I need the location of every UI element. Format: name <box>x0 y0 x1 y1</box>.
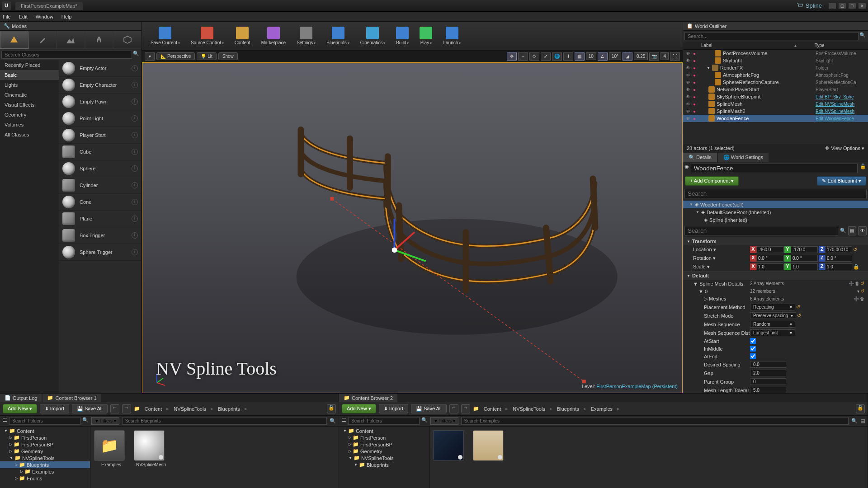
toolbar-marketplace-button[interactable]: Marketplace <box>257 24 290 47</box>
search-icon[interactable]: 🔍 <box>330 418 336 424</box>
mode-foliage-tab[interactable] <box>85 31 113 49</box>
select-mode-icon[interactable]: ✥ <box>507 52 517 61</box>
sync-icon[interactable]: ● <box>693 66 700 70</box>
outliner-row-splinemesh[interactable]: 👁●SplineMeshEdit NVSplineMesh <box>683 100 868 108</box>
breadcrumb-blueprints[interactable]: Blueprints <box>215 405 243 413</box>
place-item-player-start[interactable]: Player Starti <box>59 127 142 144</box>
tree-toggle-icon[interactable]: ☰ <box>3 417 7 425</box>
rot-x-input[interactable] <box>756 255 783 262</box>
place-category-basic[interactable]: Basic <box>0 70 59 80</box>
sync-icon[interactable]: ● <box>693 109 700 114</box>
surface-snap-icon[interactable]: ⬇ <box>563 52 573 61</box>
place-item-empty-character[interactable]: Empty Characteri <box>59 77 142 94</box>
info-icon[interactable]: i <box>132 82 138 88</box>
gap-input[interactable]: 2.0 <box>750 370 786 376</box>
place-category-lights[interactable]: Lights <box>0 80 59 90</box>
breadcrumb-nvsplinetools[interactable]: NVSplineTools <box>171 405 209 413</box>
tree-item-content[interactable]: ▼📁Content <box>339 427 429 434</box>
visibility-icon[interactable]: 👁 <box>686 94 693 99</box>
menu-edit[interactable]: Edit <box>19 14 28 19</box>
component-search-input[interactable] <box>684 189 867 198</box>
desired-spacing-input[interactable]: 0.0 <box>750 361 786 368</box>
info-icon[interactable]: i <box>132 232 138 239</box>
tree-item-geometry[interactable]: ▷📁Geometry <box>0 448 90 455</box>
search-classes-input[interactable] <box>1 51 132 59</box>
place-category-all-classes[interactable]: All Classes <box>0 130 59 140</box>
scale-mode-icon[interactable]: ⤢ <box>541 52 551 61</box>
search-icon[interactable]: 🔍 <box>840 228 846 234</box>
sync-icon[interactable]: ● <box>693 73 700 78</box>
camera-speed-icon[interactable]: 📷 <box>649 52 659 61</box>
cb1-fwd-button[interactable]: → <box>122 404 131 413</box>
sync-icon[interactable]: ● <box>693 51 700 56</box>
visibility-icon[interactable]: 👁 <box>686 102 693 107</box>
asset-item[interactable]: NVSplineMesh <box>134 430 168 467</box>
visibility-icon[interactable]: 👁 <box>686 116 693 121</box>
outliner-search-input[interactable] <box>684 32 859 40</box>
world-settings-tab[interactable]: 🌐 World Settings <box>718 153 769 162</box>
folder-icon[interactable]: 📁 <box>134 406 140 412</box>
parent-group-input[interactable]: 0 <box>750 378 786 385</box>
add-array-icon[interactable]: ➕ <box>849 281 854 286</box>
cb2-lock-icon[interactable]: 🔓 <box>856 404 865 413</box>
minimize-button[interactable]: _ <box>828 3 836 9</box>
visibility-icon[interactable]: 👁 <box>686 80 693 85</box>
sync-icon[interactable]: ● <box>693 58 700 63</box>
in-middle-checkbox[interactable] <box>750 346 756 352</box>
asset-item[interactable] <box>473 430 507 462</box>
outliner-row-skysphereblueprint[interactable]: 👁●SkySphereBlueprintEdit BP_Sky_Sphe <box>683 93 868 100</box>
place-item-sphere-trigger[interactable]: Sphere Triggeri <box>59 244 142 261</box>
component-row[interactable]: ◈Spline (Inherited) <box>683 216 868 224</box>
place-item-empty-pawn[interactable]: Empty Pawni <box>59 94 142 110</box>
outliner-type-header[interactable]: Type <box>815 43 864 48</box>
toolbar-blueprints-button[interactable]: Blueprints▾ <box>322 24 353 47</box>
info-icon[interactable]: i <box>132 99 138 105</box>
lock-icon[interactable]: 🔓 <box>859 164 867 173</box>
lit-dropdown[interactable]: 💡Lit <box>197 52 217 60</box>
place-item-sphere[interactable]: Spherei <box>59 160 142 177</box>
info-icon[interactable]: i <box>132 182 138 188</box>
outliner-row-splinemesh2[interactable]: 👁●SplineMesh2Edit NVSplineMesh <box>683 108 868 115</box>
outliner-type[interactable]: Edit WoodenFence <box>816 116 865 121</box>
place-item-point-light[interactable]: Point Lighti <box>59 110 142 127</box>
breadcrumb-content[interactable]: Content <box>142 405 165 413</box>
outliner-type[interactable]: Edit NVSplineMesh <box>816 102 865 107</box>
coord-space-icon[interactable]: 🌐 <box>552 52 562 61</box>
reset-icon[interactable]: ↺ <box>797 313 801 319</box>
outliner-row-networkplayerstart[interactable]: 👁●NetworkPlayerStartPlayerStart <box>683 86 868 93</box>
angle-snap-icon[interactable]: ∠ <box>598 52 608 61</box>
outliner-row-woodenfence[interactable]: 👁●WoodenFenceEdit WoodenFence <box>683 115 868 122</box>
cb2-search-input[interactable] <box>461 417 849 425</box>
world-outliner-tab[interactable]: 📋 World Outliner <box>683 22 868 31</box>
add-component-button[interactable]: + Add Component ▾ <box>685 176 739 186</box>
mesh-sequence-dropdown[interactable]: Random▾ <box>750 321 795 328</box>
angle-snap-value[interactable]: 10° <box>609 52 621 60</box>
breadcrumb-examples[interactable]: Examples <box>588 405 615 413</box>
cb2-add-new-button[interactable]: Add New ▾ <box>342 404 376 413</box>
transform-section-header[interactable]: ▼Transform <box>683 237 868 245</box>
toolbar-settings-button[interactable]: Settings▾ <box>292 24 320 47</box>
info-icon[interactable]: i <box>132 115 138 122</box>
place-item-empty-actor[interactable]: Empty Actori <box>59 60 142 77</box>
place-category-recently-placed[interactable]: Recently Placed <box>0 60 59 70</box>
cb1-add-new-button[interactable]: Add New ▾ <box>3 404 37 413</box>
loc-y-input[interactable] <box>791 246 818 253</box>
rotate-mode-icon[interactable]: ⟳ <box>529 52 539 61</box>
mesh-seq-dist-dropdown[interactable]: Longest first▾ <box>750 329 795 336</box>
tree-item-firstpersonbp[interactable]: ▷📁FirstPersonBP <box>0 441 90 448</box>
place-category-volumes[interactable]: Volumes <box>0 120 59 130</box>
tree-item-geometry[interactable]: ▷📁Geometry <box>339 448 429 455</box>
cb2-save-all-button[interactable]: 💾 Save All <box>411 404 447 413</box>
translate-mode-icon[interactable]: ↔ <box>518 52 528 61</box>
show-dropdown[interactable]: Show <box>218 52 238 60</box>
scale-snap-icon[interactable]: ◢ <box>623 52 632 61</box>
mode-geometry-tab[interactable] <box>113 31 142 49</box>
at-start-checkbox[interactable] <box>750 338 756 344</box>
place-item-plane[interactable]: Planei <box>59 211 142 227</box>
rot-y-input[interactable] <box>791 255 818 262</box>
stretch-mode-dropdown[interactable]: Preserve spacing▾ <box>750 312 796 319</box>
marketplace-link[interactable]: Spline <box>806 2 822 9</box>
viewport[interactable]: NV Spline Tools Level: FirstPersonExampl… <box>142 62 683 393</box>
cb1-filters-button[interactable]: ▼ Filters ▾ <box>91 417 119 425</box>
dropdown-icon[interactable]: ▾ <box>459 41 461 45</box>
